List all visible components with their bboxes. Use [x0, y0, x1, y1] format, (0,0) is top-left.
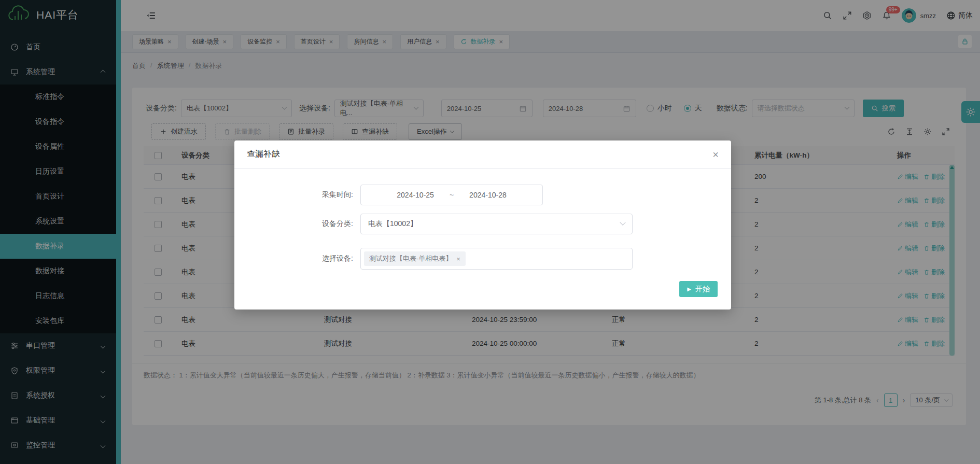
tag-close-icon[interactable]: ×	[456, 255, 460, 263]
modal-time-range-input[interactable]: 2024-10-25 ~ 2024-10-28	[360, 185, 543, 205]
modal-title: 查漏补缺	[247, 149, 280, 160]
close-icon[interactable]: ×	[712, 149, 719, 160]
modal-header: 查漏补缺 ×	[234, 140, 731, 168]
device-tag: 测试对接【电表-单相电表】 ×	[364, 251, 466, 266]
modal-device-row: 选择设备: 测试对接【电表-单相电表】 ×	[234, 248, 731, 270]
modal-device-label: 选择设备:	[234, 254, 360, 263]
modal-device-select[interactable]: 测试对接【电表-单相电表】 ×	[360, 248, 633, 270]
start-button[interactable]: ▶ 开始	[679, 281, 718, 297]
modal-category-label: 设备分类:	[234, 219, 360, 229]
chevron-down-icon	[620, 220, 625, 226]
modal-footer: ▶ 开始	[679, 281, 718, 297]
range-separator: ~	[450, 191, 454, 199]
check-missing-modal: 查漏补缺 × 采集时间: 2024-10-25 ~ 2024-10-28 设备分…	[234, 140, 731, 310]
play-icon: ▶	[687, 286, 691, 292]
modal-time-label: 采集时间:	[234, 190, 360, 200]
modal-category-row: 设备分类: 电表【10002】	[234, 214, 731, 234]
app-root: HAI平台 首页系统管理标准指令设备指令设备属性日历设置首页设计系统设置数据补录…	[0, 0, 980, 464]
modal-category-select[interactable]: 电表【10002】	[360, 214, 633, 234]
modal-time-row: 采集时间: 2024-10-25 ~ 2024-10-28	[234, 185, 731, 205]
